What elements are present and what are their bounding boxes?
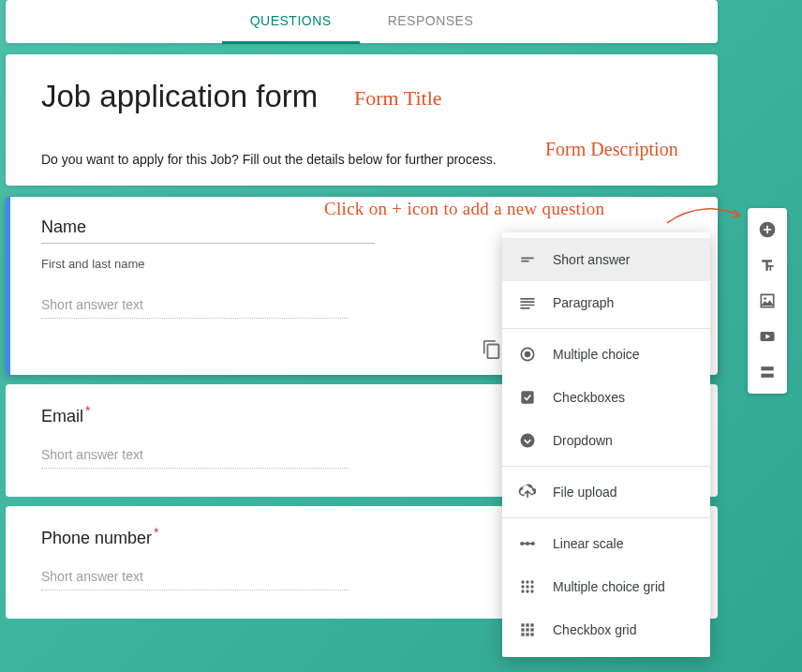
svg-point-26 (764, 297, 766, 300)
svg-rect-16 (521, 623, 524, 626)
required-asterisk: * (85, 403, 90, 418)
svg-rect-17 (526, 623, 528, 626)
form-title[interactable]: Job application form (41, 79, 318, 114)
grid-checkbox-icon (517, 620, 538, 640)
short-answer-icon (517, 249, 538, 270)
svg-point-3 (521, 434, 535, 448)
svg-rect-29 (761, 374, 773, 378)
svg-point-12 (530, 585, 533, 588)
menu-item-label: Dropdown (553, 433, 613, 448)
svg-rect-20 (526, 628, 528, 631)
menu-item-label: Short answer (553, 252, 630, 267)
svg-rect-18 (530, 623, 533, 626)
menu-item-mc-grid[interactable]: Multiple choice grid (502, 565, 710, 608)
svg-point-11 (526, 585, 528, 588)
plus-circle-icon (758, 220, 777, 239)
menu-item-label: Multiple choice grid (553, 579, 665, 594)
video-icon (758, 327, 777, 346)
image-icon (758, 291, 777, 310)
annotation-form-title: Form Title (354, 86, 442, 111)
annotation-add-question: Click on + icon to add a new question (324, 199, 604, 219)
cloud-upload-icon (517, 482, 538, 502)
svg-rect-19 (521, 628, 524, 631)
svg-rect-24 (530, 633, 533, 635)
section-icon (758, 363, 777, 381)
svg-point-8 (526, 580, 528, 583)
menu-item-label: Checkboxes (553, 390, 625, 405)
duplicate-icon[interactable] (482, 339, 502, 360)
menu-item-multiple-choice[interactable]: Multiple choice (502, 333, 710, 376)
menu-item-short-answer[interactable]: Short answer (502, 238, 710, 281)
short-answer-preview: Short answer text (41, 447, 349, 469)
floating-toolbar (748, 208, 787, 394)
linear-scale-icon (517, 533, 538, 554)
required-asterisk: * (154, 525, 158, 540)
annotation-form-description: Form Description (545, 139, 678, 160)
menu-separator (502, 466, 710, 467)
svg-point-14 (526, 590, 528, 592)
text-icon (758, 256, 777, 275)
svg-point-1 (525, 351, 531, 358)
svg-rect-28 (761, 366, 773, 370)
add-question-button[interactable] (751, 214, 783, 246)
menu-item-file-upload[interactable]: File upload (502, 470, 710, 514)
menu-item-label: Checkbox grid (553, 622, 637, 637)
dropdown-icon (517, 430, 538, 451)
svg-rect-21 (530, 628, 533, 631)
svg-rect-22 (521, 633, 524, 635)
svg-point-10 (521, 585, 524, 588)
svg-rect-2 (521, 391, 533, 403)
menu-item-dropdown[interactable]: Dropdown (502, 419, 710, 462)
annotation-arrow-icon (665, 202, 748, 231)
radio-icon (517, 344, 538, 365)
form-header-card[interactable]: Job application form Do you want to appl… (6, 54, 718, 186)
menu-item-label: Multiple choice (553, 347, 640, 362)
short-answer-preview: Short answer text (41, 569, 349, 590)
svg-point-7 (521, 580, 524, 583)
menu-item-label: Linear scale (553, 536, 624, 551)
menu-separator (502, 517, 710, 518)
add-video-button[interactable] (751, 321, 783, 352)
checkbox-icon (517, 387, 538, 408)
menu-separator (502, 328, 710, 329)
tab-questions[interactable]: QUESTIONS (222, 0, 360, 43)
tab-bar: QUESTIONS RESPONSES (6, 0, 718, 43)
add-image-button[interactable] (751, 285, 783, 317)
svg-point-9 (530, 580, 533, 583)
menu-item-label: File upload (553, 485, 617, 500)
question-title-text: Phone number (41, 529, 152, 547)
menu-item-linear-scale[interactable]: Linear scale (502, 522, 710, 565)
svg-point-13 (521, 590, 524, 592)
menu-item-paragraph[interactable]: Paragraph (502, 281, 710, 324)
short-answer-preview: Short answer text (41, 297, 349, 319)
svg-rect-23 (526, 633, 528, 635)
grid-radio-icon (517, 576, 538, 597)
svg-point-15 (530, 590, 533, 592)
menu-item-label: Paragraph (553, 295, 614, 310)
menu-item-cb-grid[interactable]: Checkbox grid (502, 608, 710, 651)
question-title-input[interactable]: Name (41, 217, 375, 244)
tab-responses[interactable]: RESPONSES (360, 0, 502, 43)
paragraph-icon (517, 292, 538, 313)
question-type-menu: Short answer Paragraph Multiple choice C… (502, 232, 710, 657)
add-title-button[interactable] (751, 249, 783, 281)
menu-item-checkboxes[interactable]: Checkboxes (502, 376, 710, 419)
question-title-text: Email (41, 407, 83, 426)
add-section-button[interactable] (751, 356, 783, 388)
